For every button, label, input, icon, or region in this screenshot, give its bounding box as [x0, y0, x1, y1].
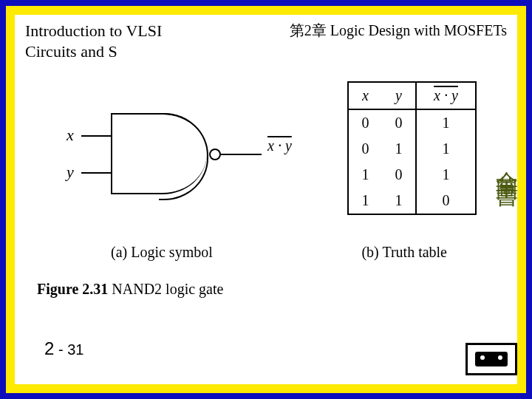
figure-description: NAND2 logic gate — [112, 281, 223, 297]
tt-head-y: y — [382, 83, 415, 109]
gate-output-line — [221, 154, 262, 155]
header-row: Introduction to VLSI Circuits and S 第2章 … — [25, 21, 507, 61]
page-number: 2 - 31 — [44, 338, 83, 359]
tt-cell: 1 — [415, 162, 475, 188]
publisher-text-vertical: 全華圖書 — [497, 154, 522, 171]
tt-head-out-overline: x · y — [434, 87, 458, 103]
tt-cell: 0 — [382, 110, 415, 136]
tt-cell: 1 — [415, 110, 475, 136]
page-chapter: 2 — [44, 338, 54, 358]
cassette-icon — [475, 352, 508, 366]
table-row: 0 0 1 — [349, 110, 475, 136]
tt-cell: 0 — [349, 110, 382, 136]
tt-head-x: x — [349, 83, 382, 109]
gate-input-line-y — [81, 172, 111, 174]
outer-border: Introduction to VLSI Circuits and S 第2章 … — [0, 0, 532, 399]
gate-output-overline: x · y — [267, 137, 292, 154]
page-slide: 31 — [67, 341, 83, 358]
tt-cell: 1 — [349, 188, 382, 214]
table-row: 0 1 1 — [349, 136, 475, 162]
slide-canvas: Introduction to VLSI Circuits and S 第2章 … — [15, 15, 517, 384]
tt-cell: 1 — [382, 188, 415, 214]
gate-inversion-bubble — [209, 149, 221, 160]
gate-input-label-y: y — [66, 163, 74, 182]
tt-cell: 1 — [349, 162, 382, 188]
gate-body — [111, 113, 207, 194]
figure-number: Figure 2.31 — [37, 281, 108, 297]
page-sep: - — [54, 341, 67, 358]
figure-area: x y x · y x y — [37, 81, 502, 303]
truth-table: x y x · y 0 0 1 — [347, 81, 477, 215]
caption-logic-symbol: (a) Logic symbol — [111, 244, 213, 261]
book-title: Introduction to VLSI Circuits and S — [25, 21, 180, 61]
tt-cell: 0 — [349, 136, 382, 162]
tt-cell: 0 — [382, 162, 415, 188]
chapter-title: 第2章 Logic Design with MOSFETs — [290, 21, 507, 41]
tt-cell: 0 — [415, 188, 475, 214]
gate-input-line-x — [81, 135, 111, 137]
tt-head-out: x · y — [415, 83, 475, 109]
truth-table-body: 0 0 1 0 1 1 1 0 — [349, 110, 475, 214]
tt-cell: 1 — [415, 136, 475, 162]
table-row: 1 0 1 — [349, 162, 475, 188]
slide-content: Introduction to VLSI Circuits and S 第2章 … — [15, 15, 517, 384]
publisher-logo — [466, 343, 517, 375]
tt-cell: 1 — [382, 136, 415, 162]
gate-input-label-x: x — [66, 126, 74, 145]
caption-truth-table: (b) Truth table — [361, 244, 447, 261]
gate-output-label: x · y — [267, 137, 292, 154]
table-row: 1 1 0 — [349, 188, 475, 214]
figure-title: Figure 2.31 NAND2 logic gate — [37, 281, 223, 298]
nand-gate-symbol: x y x · y — [52, 95, 303, 228]
truth-table-head: x y x · y — [349, 83, 475, 110]
yellow-frame: Introduction to VLSI Circuits and S 第2章 … — [6, 6, 526, 393]
